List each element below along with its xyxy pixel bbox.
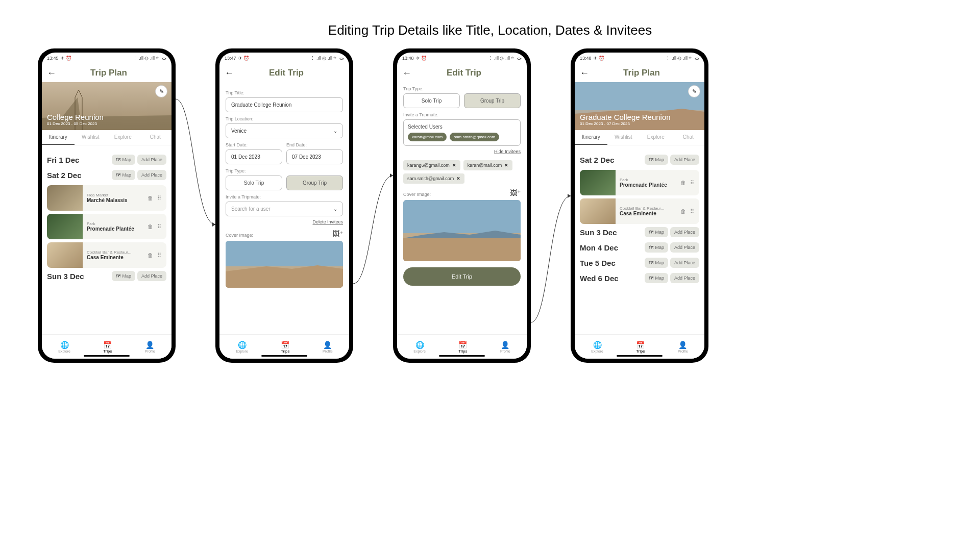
trip-title-input[interactable]: Graduate College Reunion bbox=[226, 97, 343, 112]
delete-icon[interactable]: 🗑 bbox=[148, 223, 153, 230]
nav-trips[interactable]: 📅Trips bbox=[103, 341, 112, 353]
cover-image-preview[interactable] bbox=[403, 200, 521, 261]
add-place-button[interactable]: Add Place bbox=[137, 170, 166, 180]
close-icon[interactable]: ✕ bbox=[452, 163, 456, 168]
add-place-button[interactable]: Add Place bbox=[670, 227, 699, 237]
map-button[interactable]: 🗺Map bbox=[645, 273, 668, 283]
nav-explore[interactable]: 🌐Explore bbox=[236, 341, 248, 353]
nav-profile[interactable]: 👤Profile bbox=[500, 341, 510, 353]
nav-explore[interactable]: 🌐Explore bbox=[58, 341, 70, 353]
solo-trip-button[interactable]: Solo Trip bbox=[403, 93, 460, 108]
screen-title: Edit Trip bbox=[239, 68, 334, 78]
delete-icon[interactable]: 🗑 bbox=[680, 208, 686, 215]
place-category: Park bbox=[87, 221, 143, 226]
map-button[interactable]: 🗺Map bbox=[645, 227, 668, 237]
close-icon[interactable]: ✕ bbox=[504, 163, 508, 168]
drag-handle-icon[interactable]: ⠿ bbox=[157, 252, 161, 259]
map-button[interactable]: 🗺Map bbox=[645, 155, 668, 165]
add-place-button[interactable]: Add Place bbox=[670, 273, 699, 283]
page-title: Editing Trip Details like Title, Locatio… bbox=[328, 22, 652, 38]
nav-explore[interactable]: 🌐Explore bbox=[591, 341, 603, 353]
place-card[interactable]: Cocktail Bar & Restaur...Casa Eminente 🗑… bbox=[47, 242, 166, 268]
edit-trip-button[interactable]: ✎ bbox=[155, 85, 167, 97]
delete-icon[interactable]: 🗑 bbox=[148, 195, 153, 202]
nav-trips[interactable]: 📅Trips bbox=[281, 341, 289, 353]
end-date-input[interactable]: 07 Dec 2023 bbox=[286, 149, 343, 164]
back-arrow-icon[interactable]: ← bbox=[225, 68, 234, 79]
user-search-select[interactable]: Search for a user⌄ bbox=[226, 202, 343, 216]
invitee-chip[interactable]: karan@mail.com✕ bbox=[463, 160, 513, 170]
tab-explore[interactable]: Explore bbox=[640, 130, 672, 145]
map-button[interactable]: 🗺Map bbox=[112, 170, 135, 180]
trip-dates: 01 Dec 2023 - 07 Dec 2023 bbox=[580, 121, 699, 126]
tab-itinerary[interactable]: Itinerary bbox=[42, 130, 75, 145]
group-trip-button[interactable]: Group Trip bbox=[464, 93, 521, 108]
add-place-button[interactable]: Add Place bbox=[670, 242, 699, 253]
place-card[interactable]: Cocktail Bar & Restaur...Casa Eminente 🗑… bbox=[580, 198, 699, 224]
nav-trips[interactable]: 📅Trips bbox=[636, 341, 645, 353]
back-arrow-icon[interactable]: ← bbox=[580, 68, 589, 79]
drag-handle-icon[interactable]: ⠿ bbox=[690, 180, 694, 186]
drag-handle-icon[interactable]: ⠿ bbox=[690, 208, 694, 215]
group-trip-button[interactable]: Group Trip bbox=[286, 176, 343, 190]
place-card[interactable]: ParkPromenade Plantée 🗑⠿ bbox=[580, 170, 699, 195]
add-place-button[interactable]: Add Place bbox=[670, 155, 699, 165]
status-bar: 13:45✈ ⏰ ⋮ .ıll ◎ .ıll ᯤ ⬭ bbox=[42, 53, 172, 64]
map-button[interactable]: 🗺Map bbox=[645, 258, 668, 268]
map-button[interactable]: 🗺Map bbox=[645, 242, 668, 253]
phone-frame-1: 13:45✈ ⏰ ⋮ .ıll ◎ .ıll ᯤ ⬭ ← Trip Plan ✎… bbox=[38, 48, 176, 363]
add-place-button[interactable]: Add Place bbox=[137, 271, 166, 281]
nav-profile[interactable]: 👤Profile bbox=[323, 341, 333, 353]
svg-rect-6 bbox=[575, 82, 704, 110]
trip-hero-image: ✎ College Reunion 01 Dec 2023 - 05 Dec 2… bbox=[42, 82, 172, 130]
invitee-chip[interactable]: karang6@gmail.com✕ bbox=[403, 160, 460, 170]
back-arrow-icon[interactable]: ← bbox=[47, 68, 56, 79]
nav-trips[interactable]: 📅Trips bbox=[458, 341, 467, 353]
cover-image-preview[interactable] bbox=[226, 241, 343, 288]
selected-user-chip[interactable]: sam.smith@gmail.com bbox=[450, 133, 499, 141]
drag-handle-icon[interactable]: ⠿ bbox=[157, 223, 161, 230]
solo-trip-button[interactable]: Solo Trip bbox=[226, 176, 282, 190]
place-card[interactable]: Flea MarketMarché Malassis 🗑⠿ bbox=[47, 185, 166, 211]
selected-user-chip[interactable]: karan@mail.com bbox=[408, 133, 447, 141]
status-time: 13:47 bbox=[225, 56, 236, 61]
tab-wishlist[interactable]: Wishlist bbox=[607, 130, 640, 145]
tab-explore[interactable]: Explore bbox=[107, 130, 139, 145]
nav-explore[interactable]: 🌐Explore bbox=[413, 341, 426, 353]
nav-profile[interactable]: 👤Profile bbox=[145, 341, 155, 353]
edit-trip-submit-button[interactable]: Edit Trip bbox=[403, 267, 521, 286]
label-trip-type: Trip Type: bbox=[403, 86, 521, 91]
back-arrow-icon[interactable]: ← bbox=[402, 68, 411, 79]
delete-icon[interactable]: 🗑 bbox=[148, 252, 153, 259]
home-indicator bbox=[261, 355, 307, 357]
status-icons-right: ⋮ .ıll ◎ .ıll ᯤ ⬭ bbox=[310, 56, 344, 61]
invitee-chip[interactable]: sam.smith@gmail.com✕ bbox=[403, 173, 464, 184]
globe-icon: 🌐 bbox=[593, 341, 602, 349]
add-place-button[interactable]: Add Place bbox=[137, 155, 166, 165]
trip-location-select[interactable]: Venice⌄ bbox=[226, 123, 343, 138]
hide-invitees-link[interactable]: Hide Invitees bbox=[403, 149, 521, 154]
delete-invitees-link[interactable]: Delete Invitees bbox=[226, 219, 343, 224]
globe-icon: 🌐 bbox=[415, 341, 424, 349]
place-card[interactable]: ParkPromenade Plantée 🗑⠿ bbox=[47, 214, 166, 239]
start-date-input[interactable]: 01 Dec 2023 bbox=[226, 149, 282, 164]
day-header: Fri 1 Dec bbox=[47, 156, 79, 164]
map-button[interactable]: 🗺Map bbox=[112, 271, 135, 281]
place-category: Cocktail Bar & Restaur... bbox=[87, 250, 143, 255]
nav-profile[interactable]: 👤Profile bbox=[678, 341, 688, 353]
add-image-icon[interactable]: 🖼⁺ bbox=[332, 230, 343, 238]
trip-hero-image: ✎ Graduate College Reunion 01 Dec 2023 -… bbox=[575, 82, 704, 130]
edit-trip-button[interactable]: ✎ bbox=[688, 85, 700, 97]
close-icon[interactable]: ✕ bbox=[456, 176, 460, 181]
label-cover-image: Cover Image: bbox=[226, 233, 253, 238]
add-image-icon[interactable]: 🖼⁺ bbox=[510, 189, 521, 197]
home-indicator bbox=[84, 355, 130, 357]
tab-wishlist[interactable]: Wishlist bbox=[75, 130, 107, 145]
tab-chat[interactable]: Chat bbox=[139, 130, 172, 145]
drag-handle-icon[interactable]: ⠿ bbox=[157, 195, 161, 202]
delete-icon[interactable]: 🗑 bbox=[680, 180, 686, 186]
tab-chat[interactable]: Chat bbox=[672, 130, 705, 145]
tab-itinerary[interactable]: Itinerary bbox=[575, 130, 607, 145]
add-place-button[interactable]: Add Place bbox=[670, 258, 699, 268]
map-button[interactable]: 🗺Map bbox=[112, 155, 135, 165]
